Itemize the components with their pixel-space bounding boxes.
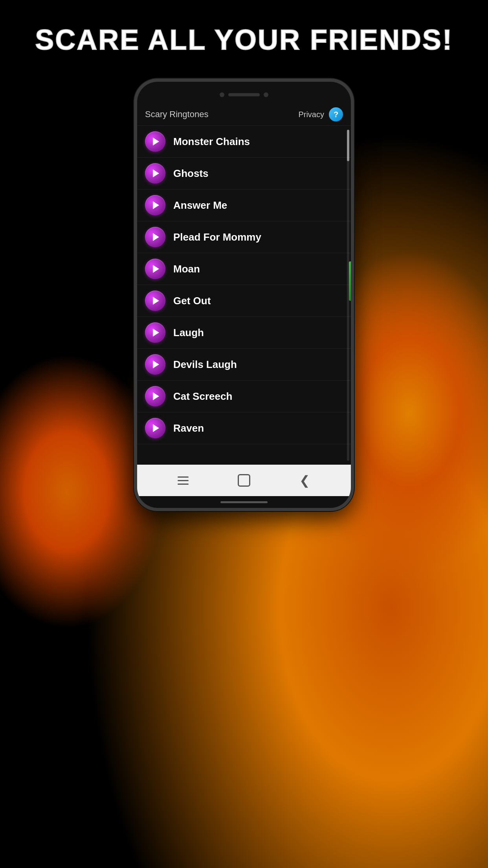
play-button[interactable] (145, 322, 165, 343)
ringtone-item[interactable]: Laugh (137, 317, 351, 349)
phone-screen: Scary Ringtones Privacy ? Monster Chains… (137, 103, 351, 465)
notch-bar (228, 93, 260, 96)
ringtone-item[interactable]: Monster Chains (137, 126, 351, 158)
screen-header: Scary Ringtones Privacy ? (137, 103, 351, 126)
play-button[interactable] (145, 131, 165, 152)
ringtones-list: Monster ChainsGhostsAnswer MePlead For M… (137, 126, 351, 444)
phone-frame: Scary Ringtones Privacy ? Monster Chains… (134, 79, 354, 511)
ringtone-item[interactable]: Plead For Mommy (137, 221, 351, 253)
play-button[interactable] (145, 418, 165, 438)
menu-icon (178, 476, 189, 485)
play-button[interactable] (145, 291, 165, 311)
ringtone-name: Plead For Mommy (173, 231, 261, 243)
ringtone-item[interactable]: Answer Me (137, 189, 351, 221)
menu-line-1 (178, 476, 189, 478)
ringtone-name: Monster Chains (173, 136, 250, 148)
notch-center (220, 92, 268, 97)
home-icon (238, 474, 250, 487)
ringtone-name: Raven (173, 422, 204, 434)
camera-dot (220, 92, 224, 97)
app-title: Scary Ringtones (145, 109, 208, 120)
back-icon: ❮ (299, 473, 310, 488)
phone-notch (137, 82, 351, 103)
ringtone-name: Devils Laugh (173, 359, 237, 371)
ringtone-item[interactable]: Get Out (137, 285, 351, 317)
home-button[interactable] (234, 471, 254, 490)
ringtone-name: Get Out (173, 295, 211, 307)
play-button[interactable] (145, 163, 165, 184)
ringtone-name: Answer Me (173, 199, 227, 211)
page-title: SCARE ALL YOUR FRIENDS! (0, 24, 488, 56)
scroll-thumb (347, 130, 349, 161)
scroll-container[interactable]: Monster ChainsGhostsAnswer MePlead For M… (137, 126, 351, 465)
menu-line-2 (178, 480, 189, 481)
ringtone-item[interactable]: Devils Laugh (137, 349, 351, 381)
ringtone-item[interactable]: Raven (137, 412, 351, 444)
phone-mockup: Scary Ringtones Privacy ? Monster Chains… (134, 79, 354, 511)
play-button[interactable] (145, 227, 165, 247)
menu-line-3 (178, 484, 189, 485)
bottom-indicator (137, 496, 351, 508)
scroll-track (347, 130, 349, 461)
play-button[interactable] (145, 386, 165, 406)
help-button[interactable]: ? (329, 107, 343, 121)
header-right: Privacy ? (298, 107, 343, 121)
ringtone-item[interactable]: Cat Screech (137, 381, 351, 412)
menu-button[interactable] (173, 471, 193, 490)
home-indicator-bar (220, 501, 268, 503)
play-button[interactable] (145, 354, 165, 375)
privacy-link[interactable]: Privacy (298, 110, 324, 119)
ringtone-name: Laugh (173, 327, 204, 339)
ringtone-name: Moan (173, 263, 200, 275)
back-button[interactable]: ❮ (295, 471, 315, 490)
ringtone-name: Ghosts (173, 167, 209, 180)
play-button[interactable] (145, 195, 165, 215)
nav-bar: ❮ (137, 465, 351, 496)
ringtone-name: Cat Screech (173, 390, 232, 403)
speaker-dot (264, 92, 268, 97)
play-button[interactable] (145, 259, 165, 279)
ringtone-item[interactable]: Ghosts (137, 158, 351, 189)
ringtone-item[interactable]: Moan (137, 253, 351, 285)
